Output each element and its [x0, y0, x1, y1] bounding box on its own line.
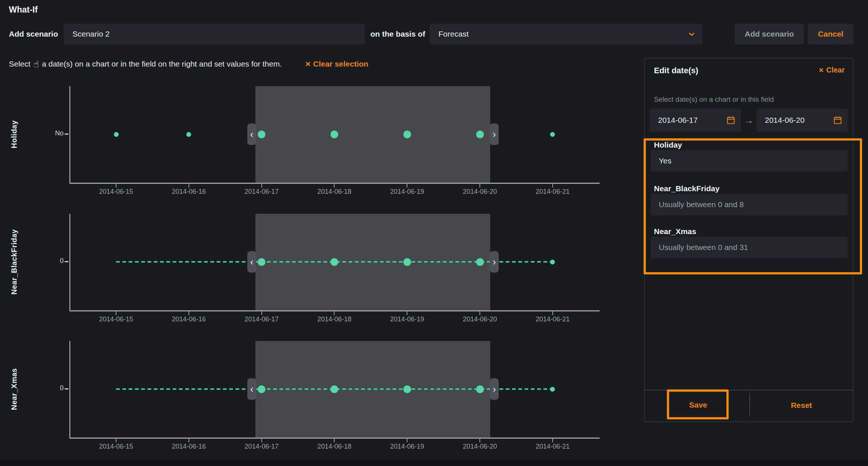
selection-handle-left[interactable]: ‹ — [247, 251, 256, 273]
chart-holiday: Holiday No ‹ › 2014-06-152014-06-162014-… — [69, 86, 600, 197]
clear-selection-link[interactable]: × Clear selection — [305, 58, 368, 70]
field-input-near-xmas[interactable] — [651, 237, 848, 258]
selection-handle-right[interactable]: › — [490, 124, 499, 145]
field-input-holiday[interactable] — [651, 150, 848, 172]
data-point[interactable] — [258, 131, 265, 138]
chevron-right-icon: › — [493, 384, 496, 394]
edit-dates-panel: Edit date(s) × Clear Select date(s) on a… — [644, 58, 853, 422]
bottom-strip — [0, 460, 868, 466]
close-icon: × — [305, 60, 311, 68]
instruction-text-before: Select — [9, 60, 30, 68]
data-point[interactable] — [330, 131, 338, 138]
data-point[interactable] — [403, 258, 411, 266]
calendar-icon[interactable] — [833, 115, 842, 125]
y-tick-label: No — [42, 129, 64, 137]
selection-band[interactable] — [255, 86, 490, 183]
reset-button[interactable]: Reset — [776, 394, 827, 416]
calendar-icon[interactable] — [726, 115, 736, 125]
x-tick-mark — [407, 184, 407, 188]
y-tick-label: 0 — [42, 384, 64, 392]
x-tick-mark — [407, 439, 407, 442]
y-tick-mark — [65, 388, 68, 389]
data-point[interactable] — [330, 385, 338, 393]
panel-title: Edit date(s) — [654, 66, 698, 75]
x-tick-mark — [334, 311, 335, 315]
cursor-pointer-icon: ☝ — [33, 59, 39, 70]
x-tick-label: 2014-06-18 — [305, 188, 364, 196]
x-tick-mark — [116, 311, 116, 315]
data-point[interactable] — [330, 258, 338, 266]
data-point[interactable] — [114, 132, 119, 137]
save-button[interactable]: Save — [669, 392, 727, 418]
selection-handle-right[interactable]: › — [490, 251, 499, 273]
data-point[interactable] — [403, 131, 411, 138]
basis-select[interactable]: Forecast — [430, 24, 702, 44]
basis-selected-value: Forecast — [438, 30, 469, 38]
data-point[interactable] — [476, 385, 484, 393]
data-point[interactable] — [550, 132, 555, 137]
x-tick-label: 2014-06-18 — [305, 443, 364, 450]
x-tick-mark — [552, 439, 553, 442]
x-tick-label: 2014-06-19 — [377, 443, 437, 450]
cancel-button[interactable]: Cancel — [808, 24, 853, 44]
page-title: What-If — [9, 5, 38, 15]
x-tick-label: 2014-06-21 — [523, 315, 582, 323]
x-tick-label: 2014-06-20 — [450, 188, 509, 196]
x-tick-label: 2014-06-15 — [87, 315, 146, 323]
data-point[interactable] — [476, 131, 484, 138]
data-point[interactable] — [476, 258, 484, 266]
date-from-field[interactable] — [650, 109, 741, 132]
x-tick-label: 2014-06-21 — [523, 443, 582, 450]
date-to-field[interactable] — [757, 109, 848, 132]
x-axis — [69, 438, 600, 439]
x-axis — [69, 310, 600, 311]
selection-handle-left[interactable]: ‹ — [247, 124, 256, 145]
x-tick-label: 2014-06-19 — [377, 188, 437, 196]
x-tick-mark — [261, 439, 262, 442]
x-tick-label: 2014-06-17 — [232, 315, 291, 323]
data-point[interactable] — [550, 387, 555, 392]
scenario-name-input[interactable] — [64, 24, 365, 44]
y-tick-mark — [65, 261, 68, 262]
date-to-input[interactable] — [764, 115, 825, 125]
data-point[interactable] — [550, 260, 555, 264]
selection-handle-right[interactable]: › — [490, 378, 499, 400]
clear-selection-label: Clear selection — [313, 60, 368, 68]
y-axis — [69, 86, 70, 184]
x-tick-mark — [261, 184, 262, 188]
x-tick-mark — [189, 311, 189, 315]
x-tick-mark — [334, 184, 335, 188]
plot-area[interactable]: ‹ › — [69, 341, 600, 438]
x-tick-label: 2014-06-16 — [159, 443, 218, 450]
panel-clear-button[interactable]: × Clear — [819, 66, 845, 74]
date-from-input[interactable] — [657, 115, 718, 125]
plot-area[interactable]: ‹ › — [69, 214, 600, 310]
chevron-left-icon: ‹ — [250, 257, 254, 267]
data-point[interactable] — [258, 385, 265, 393]
data-point[interactable] — [403, 385, 411, 393]
x-tick-mark — [479, 184, 480, 188]
x-tick-label: 2014-06-17 — [232, 188, 291, 196]
x-tick-label: 2014-06-17 — [232, 443, 291, 450]
plot-area[interactable]: ‹ › — [69, 86, 600, 183]
x-tick-label: 2014-06-18 — [305, 315, 364, 323]
x-tick-mark — [479, 311, 480, 315]
chevron-left-icon: ‹ — [250, 129, 254, 139]
x-tick-label: 2014-06-19 — [377, 315, 437, 323]
y-tick-label: 0 — [42, 257, 64, 265]
data-point[interactable] — [186, 132, 191, 137]
data-point[interactable] — [258, 258, 265, 266]
x-tick-mark — [552, 311, 553, 315]
y-axis — [69, 341, 70, 439]
x-tick-mark — [189, 184, 189, 188]
x-tick-label: 2014-06-15 — [87, 443, 146, 450]
x-tick-mark — [334, 439, 335, 442]
footer-divider — [645, 390, 853, 391]
x-tick-label: 2014-06-16 — [159, 188, 218, 196]
field-input-near-blackfriday[interactable] — [651, 194, 848, 215]
chevron-left-icon: ‹ — [250, 384, 254, 394]
selection-handle-left[interactable]: ‹ — [247, 378, 256, 400]
chevron-right-icon: › — [493, 129, 496, 139]
x-tick-label: 2014-06-15 — [87, 188, 146, 196]
add-scenario-button[interactable]: Add scenario — [735, 24, 804, 44]
